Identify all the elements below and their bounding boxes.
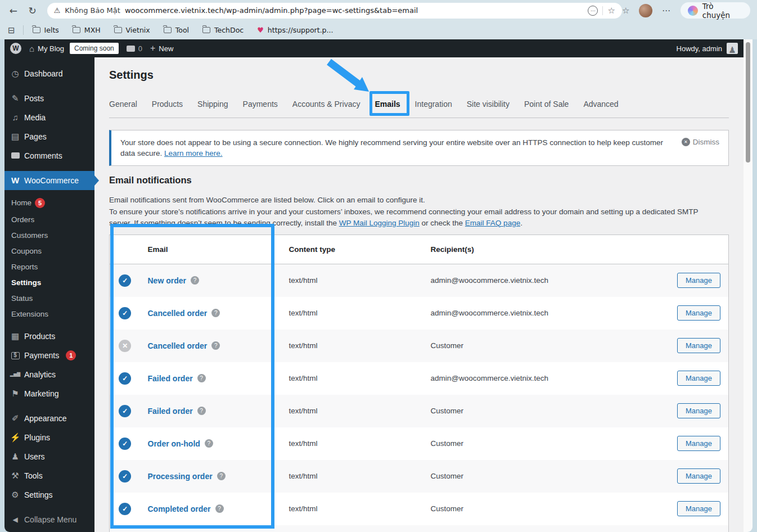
sidebar-item-collapse-menu[interactable]: ◀Collapse Menu bbox=[4, 510, 94, 529]
manage-button[interactable]: Manage bbox=[677, 305, 720, 321]
sidebar-item-woocommerce[interactable]: WWooCommerce bbox=[4, 171, 94, 190]
intro-text-1: Email notifications sent from WooCommerc… bbox=[109, 195, 729, 205]
tab-general[interactable]: General bbox=[109, 100, 137, 113]
help-tip-icon[interactable]: ? bbox=[197, 407, 206, 415]
wp-mail-logging-plugin-link[interactable]: WP Mail Logging Plugin bbox=[339, 219, 420, 227]
manage-cell: Manage bbox=[667, 264, 729, 297]
dismiss-button[interactable]: ✕ Dismiss bbox=[682, 138, 719, 146]
email-name-link[interactable]: Processing order bbox=[148, 472, 213, 481]
manage-cell: Manage bbox=[667, 493, 729, 525]
tab-payments[interactable]: Payments bbox=[243, 100, 278, 113]
woocommerce-submenu: Home5OrdersCustomersCouponsReportsSettin… bbox=[4, 190, 94, 327]
admin-avatar[interactable]: ♟ bbox=[727, 43, 738, 54]
email-name-link[interactable]: Order on-hold bbox=[148, 439, 200, 448]
tab-shipping[interactable]: Shipping bbox=[197, 100, 228, 113]
sidebar-subitem-status[interactable]: Status bbox=[4, 291, 94, 306]
not-secure-warning-icon: ⚠ bbox=[54, 6, 61, 15]
sidebar-subitem-orders[interactable]: Orders bbox=[4, 212, 94, 228]
back-icon[interactable]: ← bbox=[7, 5, 20, 16]
bookmark-label: MXH bbox=[84, 26, 101, 34]
email-faq-page-link[interactable]: Email FAQ page bbox=[465, 219, 520, 227]
email-name-link[interactable]: Failed order bbox=[148, 374, 193, 383]
scrollbar-thumb[interactable] bbox=[746, 42, 750, 163]
wordpress-logo-icon[interactable]: W bbox=[10, 43, 21, 54]
email-name-link[interactable]: Failed order bbox=[148, 407, 193, 416]
site-menu[interactable]: ⌂ My Blog bbox=[29, 44, 64, 53]
help-tip-icon[interactable]: ? bbox=[205, 439, 213, 448]
help-tip-icon[interactable]: ? bbox=[191, 276, 199, 285]
tab-products[interactable]: Products bbox=[152, 100, 183, 113]
sidebar-item-pages[interactable]: ▤Pages bbox=[4, 127, 94, 146]
manage-button[interactable]: Manage bbox=[677, 338, 720, 353]
reader-mode-icon[interactable]: ⋯ bbox=[588, 6, 598, 16]
sidebar-subitem-extensions[interactable]: Extensions bbox=[4, 306, 94, 322]
bookmark-https-support-p[interactable]: ♥https://support.p... bbox=[257, 26, 333, 34]
bookmark-tool[interactable]: Tool bbox=[164, 26, 189, 34]
help-tip-icon[interactable]: ? bbox=[211, 341, 220, 350]
browser-profile-avatar[interactable] bbox=[639, 4, 652, 17]
email-enabled-icon: ✓ bbox=[119, 372, 131, 385]
new-content-menu[interactable]: + New bbox=[150, 43, 173, 53]
sidebar-item-users[interactable]: ♟Users bbox=[4, 447, 94, 466]
tab-accounts-privacy[interactable]: Accounts & Privacy bbox=[292, 100, 361, 113]
manage-button[interactable]: Manage bbox=[677, 273, 720, 288]
status-cell: ✕ bbox=[110, 330, 141, 362]
help-tip-icon[interactable]: ? bbox=[197, 374, 206, 382]
recipient-cell: Customer bbox=[431, 493, 667, 525]
sidebar-item-products[interactable]: ▦Products bbox=[4, 327, 94, 346]
manage-button[interactable]: Manage bbox=[677, 403, 720, 418]
bookmark-vietnix[interactable]: Vietnix bbox=[114, 26, 150, 34]
sidebar-item-comments[interactable]: Comments bbox=[4, 146, 94, 165]
tab-integration[interactable]: Integration bbox=[415, 100, 452, 113]
sidebar-item-label: Marketing bbox=[24, 389, 58, 399]
tab-point-of-sale[interactable]: Point of Sale bbox=[524, 100, 569, 113]
tab-site-visibility[interactable]: Site visibility bbox=[467, 100, 510, 113]
refresh-icon[interactable]: ↻ bbox=[26, 5, 39, 16]
help-tip-icon[interactable]: ? bbox=[215, 504, 224, 513]
manage-button[interactable]: Manage bbox=[677, 436, 720, 451]
bookmark-star-icon[interactable]: ☆ bbox=[607, 6, 615, 16]
manage-button[interactable]: Manage bbox=[677, 371, 720, 386]
manage-button[interactable]: Manage bbox=[677, 501, 720, 516]
sidebar-subitem-coupons[interactable]: Coupons bbox=[4, 244, 94, 259]
sidebar-item-posts[interactable]: ✎Posts bbox=[4, 89, 94, 108]
bookmark-techdoc[interactable]: TechDoc bbox=[202, 26, 244, 34]
manage-button[interactable]: Manage bbox=[677, 468, 720, 484]
address-bar[interactable]: ⚠ Không Bảo Mật woocommerce.vietnix.tech… bbox=[47, 3, 622, 19]
email-name-cell: Cancelled order? bbox=[141, 297, 289, 330]
sidebar-item-tools[interactable]: ⚒Tools bbox=[4, 466, 94, 485]
email-name-link[interactable]: New order bbox=[148, 276, 186, 285]
help-tip-icon[interactable]: ? bbox=[211, 309, 220, 317]
recipient-cell: Customer bbox=[431, 330, 667, 362]
howdy-text[interactable]: Howdy, admin bbox=[677, 44, 722, 53]
status-cell: ✓ bbox=[110, 297, 141, 330]
sidebar-item-marketing[interactable]: ⚑Marketing bbox=[4, 384, 94, 403]
sidebar-item-plugins[interactable]: ⚡Plugins bbox=[4, 428, 94, 447]
sidebar-item-analytics[interactable]: ▂▅▇Analytics bbox=[4, 365, 94, 384]
sidebar-subitem-reports[interactable]: Reports bbox=[4, 259, 94, 275]
sidebar-subitem-settings[interactable]: Settings bbox=[4, 275, 94, 291]
page-scrollbar[interactable] bbox=[744, 39, 753, 532]
tab-emails[interactable]: Emails bbox=[375, 100, 400, 115]
email-name-link[interactable]: Completed order bbox=[148, 504, 211, 513]
reading-list-icon[interactable]: ⊟ bbox=[8, 25, 15, 35]
admin-bar-comments[interactable]: 0 bbox=[127, 44, 142, 53]
learn-more-link[interactable]: Learn more here. bbox=[164, 149, 223, 157]
sidebar-item-appearance[interactable]: ✐Appearance bbox=[4, 409, 94, 428]
sidebar-subitem-home[interactable]: Home5 bbox=[4, 194, 94, 212]
bookmark-mxh[interactable]: MXH bbox=[73, 26, 101, 34]
email-name-link[interactable]: Cancelled order bbox=[148, 309, 208, 318]
email-name-link[interactable]: Cancelled order bbox=[148, 341, 208, 350]
copilot-chat-button[interactable]: Trò chuyện bbox=[681, 2, 750, 19]
sidebar-subitem-customers[interactable]: Customers bbox=[4, 228, 94, 244]
tab-advanced[interactable]: Advanced bbox=[583, 100, 618, 113]
sidebar-item-payments[interactable]: $Payments1 bbox=[4, 346, 94, 365]
security-label: Không Bảo Mật bbox=[65, 6, 120, 15]
sidebar-item-settings[interactable]: ⚙Settings bbox=[4, 485, 94, 504]
bookmark-ielts[interactable]: Ielts bbox=[33, 26, 59, 34]
sidebar-item-dashboard[interactable]: ◷Dashboard bbox=[4, 64, 94, 83]
help-tip-icon[interactable]: ? bbox=[217, 472, 226, 480]
sidebar-item-media[interactable]: ♫Media bbox=[4, 108, 94, 127]
browser-menu-icon[interactable]: ⋯ bbox=[662, 6, 671, 16]
favorites-list-icon[interactable]: ☆ bbox=[622, 6, 629, 16]
